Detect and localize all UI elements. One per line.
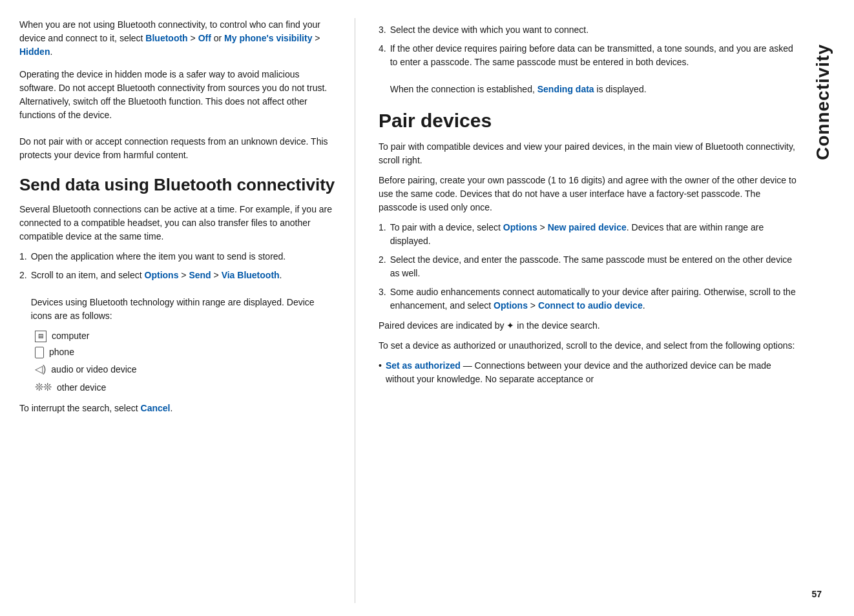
off-link[interactable]: Off: [198, 33, 211, 43]
pair-intro-1: To pair with compatible devices and view…: [379, 140, 798, 167]
side-tab: Connectivity: [811, 18, 835, 603]
pair-steps-list: 1. To pair with a device, select Options…: [379, 221, 798, 313]
options-link-1[interactable]: Options: [145, 270, 179, 280]
list-item-other: ❊❊ other device: [35, 380, 335, 395]
new-paired-device-link[interactable]: New paired device: [548, 222, 627, 232]
list-item-3: 3. Select the device with which you want…: [379, 23, 798, 37]
intro-paragraph-3: Do not pair with or accept connection re…: [19, 135, 335, 162]
computer-icon: ▤: [35, 331, 47, 342]
pair-intro-2: Before pairing, create your own passcode…: [379, 174, 798, 214]
section1-title: Send data using Bluetooth connectivity: [19, 175, 335, 195]
options-link-audio[interactable]: Options: [494, 300, 528, 311]
intro-paragraph-2: Operating the device in hidden mode is a…: [19, 68, 335, 122]
via-bluetooth-link[interactable]: Via Bluetooth: [222, 270, 280, 280]
left-column: When you are not using Bluetooth connect…: [19, 18, 355, 603]
connectivity-label: Connectivity: [810, 44, 837, 160]
cancel-link[interactable]: Cancel: [141, 403, 171, 413]
hidden-link[interactable]: Hidden: [19, 46, 50, 57]
sending-data-link[interactable]: Sending data: [537, 84, 594, 94]
authorize-intro: To set a device as authorized or unautho…: [379, 339, 798, 353]
list-item-phone: phone: [35, 345, 335, 359]
send-steps-list: 1. Open the application where the item y…: [19, 250, 335, 323]
connect-to-audio-link[interactable]: Connect to audio device: [538, 300, 643, 311]
phone-icon: [35, 347, 44, 358]
send-link[interactable]: Send: [189, 270, 211, 280]
pair-devices-title: Pair devices: [379, 109, 798, 132]
list-item-audio: ◁) audio or video device: [35, 362, 335, 377]
pair-step-1: 1. To pair with a device, select Options…: [379, 221, 798, 248]
section1-para1: Several Bluetooth connections can be act…: [19, 203, 335, 243]
visibility-link[interactable]: My phone's visibility: [224, 33, 312, 43]
set-as-authorized-link[interactable]: Set as authorized: [386, 360, 461, 371]
other-device-icon: ❊❊: [35, 380, 52, 395]
pair-step-3: 3. Some audio enhancements connect autom…: [379, 285, 798, 313]
bluetooth-link[interactable]: Bluetooth: [145, 33, 187, 43]
right-column: 3. Select the device with which you want…: [355, 18, 811, 603]
list-item: 1. Open the application where the item y…: [19, 250, 335, 263]
list-item-4: 4. If the other device requires pairing …: [379, 42, 798, 96]
pair-step-2: 2. Select the device, and enter the pass…: [379, 253, 798, 280]
options-link-pair[interactable]: Options: [503, 222, 537, 232]
list-item: 2. Scroll to an item, and select Options…: [19, 269, 335, 323]
list-item-computer: ▤ computer: [35, 329, 335, 343]
authorize-options: • Set as authorized — Connections betwee…: [379, 359, 798, 386]
set-as-authorized-item: • Set as authorized — Connections betwee…: [379, 359, 798, 386]
audio-icon: ◁): [35, 362, 46, 377]
page-number: 57: [811, 588, 822, 601]
top-steps-list: 3. Select the device with which you want…: [379, 23, 798, 96]
interrupt-para: To interrupt the search, select Cancel.: [19, 402, 335, 415]
device-icons-list: ▤ computer phone ◁) audio or video devic…: [35, 329, 335, 395]
intro-paragraph-1: When you are not using Bluetooth connect…: [19, 18, 335, 59]
paired-indicator-text: Paired devices are indicated by ✦ in the…: [379, 319, 798, 333]
